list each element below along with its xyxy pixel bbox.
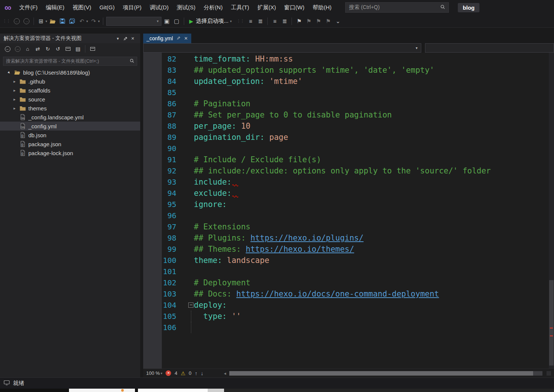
go-to-definition-icon[interactable]: ≣ (256, 17, 264, 26)
code-line-99[interactable]: 99## Themes: https://hexo.io/themes/ (143, 244, 554, 255)
refresh-icon[interactable]: ↻ (43, 45, 52, 53)
code-line-85[interactable]: 85 (143, 87, 554, 98)
code-line-83[interactable]: 83## updated_option supports 'mtime', 'd… (143, 65, 554, 76)
code-line-100[interactable]: 100theme: landscape (143, 255, 554, 266)
tree-item-scaffolds[interactable]: ▸scaffolds (0, 86, 140, 95)
tree-item-_config.yml[interactable]: YML_config.yml (0, 122, 140, 131)
zoom-control[interactable]: 100 % ▾ (146, 370, 162, 376)
quick-search-input[interactable]: 搜索 (Ctrl+Q) (345, 2, 449, 13)
hyperlink[interactable]: https://hexo.io/themes/ (246, 245, 354, 254)
clear-bookmarks-icon[interactable]: ⚑ (324, 17, 332, 26)
code-line-97[interactable]: 97# Extensions (143, 221, 554, 232)
navigation-scope-dropdown[interactable]: ▾ (143, 43, 421, 53)
home-icon[interactable]: ⌂ (23, 45, 32, 53)
tree-item-themes[interactable]: ▸themes (0, 104, 140, 113)
hyperlink[interactable]: https://hexo.io/plugins/ (251, 233, 363, 242)
code-line-89[interactable]: 89pagination_dir: page (143, 132, 554, 143)
collapse-region-icon[interactable]: − (188, 302, 193, 308)
chevron-collapsed-icon[interactable]: ▸ (10, 106, 19, 111)
menu-item-视图(V)[interactable]: 视图(V) (69, 0, 95, 15)
tree-item-.github[interactable]: ▸.github (0, 77, 140, 86)
code-line-87[interactable]: 87## Set per_page to 0 to disable pagina… (143, 109, 554, 120)
explorer-back-icon[interactable]: ← (3, 45, 12, 53)
new-project-dropdown-icon[interactable]: ▾ (45, 19, 47, 23)
explorer-search-input[interactable]: 搜索解决方案资源管理器 - 文件夹视图(Ctrl+;) (3, 57, 137, 66)
switch-views-icon[interactable]: ⇄ (33, 45, 42, 53)
code-line-86[interactable]: 86# Pagination (143, 98, 554, 109)
navigation-member-dropdown[interactable] (425, 43, 554, 53)
menu-item-调试(D)[interactable]: 调试(D) (146, 0, 173, 15)
menu-item-扩展(X)[interactable]: 扩展(X) (253, 0, 280, 15)
menu-item-Git(G)[interactable]: Git(G) (95, 0, 119, 15)
vertical-scrollbar[interactable] (549, 53, 554, 369)
menu-item-编辑(E)[interactable]: 编辑(E) (42, 0, 69, 15)
redo-icon[interactable]: ↷ (89, 17, 98, 26)
chevron-collapsed-icon[interactable]: ▸ (10, 79, 19, 84)
preview-in-browser-icon[interactable]: ▣ (163, 17, 171, 26)
previous-issue-icon[interactable]: ↑ (195, 370, 197, 376)
run-dropdown-icon[interactable]: ▾ (230, 19, 232, 23)
horizontal-scrollbar-thumb[interactable] (229, 371, 533, 376)
warning-icon[interactable]: ⚠ (181, 370, 186, 376)
undo-icon[interactable]: ↶ (78, 17, 86, 26)
code-line-101[interactable]: 101 (143, 266, 554, 277)
feedback-icon[interactable] (4, 380, 10, 386)
code-line-102[interactable]: 102# Deployment (143, 277, 554, 288)
panel-header[interactable]: 解决方案资源管理器 - 文件夹视图 ▾ ✕ (0, 34, 140, 43)
redo-dropdown-icon[interactable]: ▾ (98, 19, 100, 23)
pin-icon[interactable] (122, 34, 129, 43)
code-line-93[interactable]: 93include: (143, 176, 554, 188)
code-line-104[interactable]: 104−deploy: (143, 300, 554, 311)
tab-config-yml[interactable]: _config.yml ✕ (143, 34, 191, 43)
toolbar-grip-icon[interactable]: ⋮⋮ (235, 19, 245, 23)
toolbar-overflow-icon[interactable]: ⌄ (334, 17, 342, 26)
next-bookmark-icon[interactable]: ⚑ (314, 17, 322, 26)
properties-icon[interactable] (88, 45, 97, 53)
menu-item-窗口(W)[interactable]: 窗口(W) (280, 0, 308, 15)
search-icon[interactable] (130, 59, 134, 64)
navigate-to-icon[interactable]: ≡ (246, 17, 255, 26)
code-line-84[interactable]: 84updated_option: 'mtime' (143, 76, 554, 87)
toggle-bookmark-icon[interactable]: ⚑ (295, 17, 303, 26)
new-project-icon[interactable]: ⊞ (37, 17, 45, 26)
code-line-90[interactable]: 90 (143, 143, 554, 154)
code-line-96[interactable]: 96 (143, 210, 554, 221)
sync-with-active-document-icon[interactable]: ▢ (173, 17, 181, 26)
menu-item-帮助(H)[interactable]: 帮助(H) (309, 0, 336, 15)
tree-item-blog-C-Users-86189-blog-[interactable]: ▸blog (C:\Users\86189\blog) (0, 68, 140, 77)
show-all-files-icon[interactable]: ▤ (73, 45, 82, 53)
chevron-collapsed-icon[interactable]: ▸ (10, 88, 19, 93)
navigate-backward-icon[interactable]: ← (13, 17, 21, 26)
tree-item-db.json[interactable]: {}db.json (0, 131, 140, 139)
sync-with-active-document-icon[interactable]: ↺ (53, 45, 62, 53)
code-line-98[interactable]: 98## Plugins: https://hexo.io/plugins/ (143, 232, 554, 244)
toolbar-grip-icon[interactable]: ⋮⋮ (1, 19, 11, 23)
navigate-forward-icon[interactable]: → (22, 17, 31, 26)
code-line-94[interactable]: 94exclude: (143, 188, 554, 199)
tree-item-source[interactable]: ▸source (0, 95, 140, 104)
menu-item-测试(S)[interactable]: 测试(S) (173, 0, 199, 15)
code-line-95[interactable]: 95ignore: (143, 199, 554, 210)
open-folder-icon[interactable] (49, 17, 57, 26)
menu-item-文件(F)[interactable]: 文件(F) (15, 0, 42, 15)
search-icon[interactable] (440, 4, 445, 10)
code-line-82[interactable]: 82time_format: HH:mm:ss (143, 53, 554, 65)
keep-open-pin-icon[interactable] (176, 35, 181, 41)
code-line-91[interactable]: 91# Include / Exclude file(s) (143, 154, 554, 165)
uncomment-lines-icon[interactable]: ≣ (280, 17, 289, 26)
tree-item-_config.landscape.yml[interactable]: YML_config.landscape.yml (0, 113, 140, 122)
code-line-88[interactable]: 88per_page: 10 (143, 120, 554, 132)
code-editor[interactable]: 82time_format: HH:mm:ss83## updated_opti… (143, 53, 554, 369)
error-icon[interactable]: ✕ (166, 370, 171, 376)
vertical-scrollbar-thumb[interactable] (549, 280, 554, 366)
collapse-all-icon[interactable] (63, 45, 72, 53)
previous-bookmark-icon[interactable]: ⚑ (305, 17, 313, 26)
code-line-103[interactable]: 103## Docs: https://hexo.io/docs/one-com… (143, 288, 554, 300)
save-icon[interactable] (59, 17, 67, 26)
start-debugging-button[interactable]: ▶ 选择启动项... ▾ (187, 16, 234, 26)
solution-badge[interactable]: blog (458, 3, 479, 12)
comment-lines-icon[interactable]: ≡ (271, 17, 279, 26)
close-tab-icon[interactable]: ✕ (184, 36, 188, 41)
code-line-92[interactable]: 92## include:/exclude: options only appl… (143, 165, 554, 176)
horizontal-scrollbar[interactable] (229, 371, 542, 376)
